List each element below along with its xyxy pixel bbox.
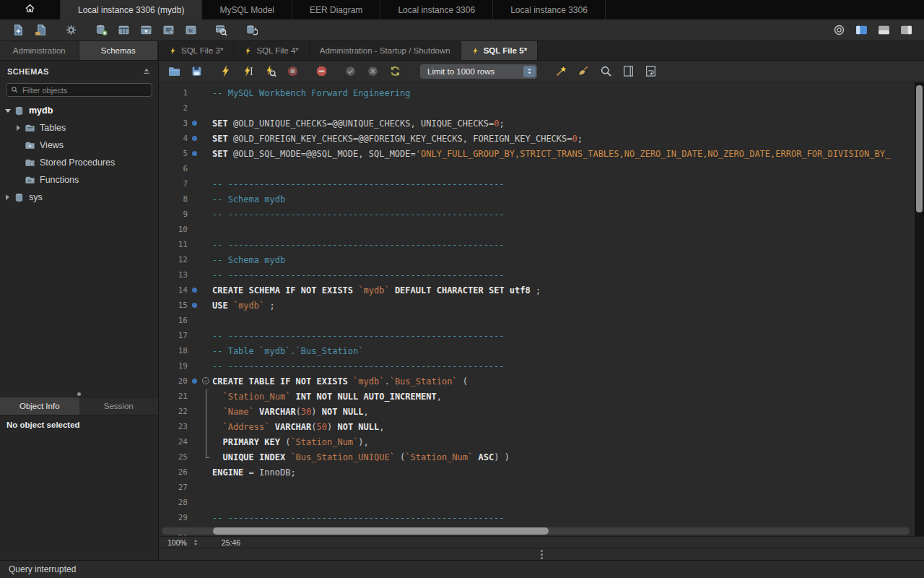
tab-label: Schemas <box>101 46 136 55</box>
open-sql-script-button[interactable] <box>31 22 50 39</box>
sidebar-tab-schemas[interactable]: Schemas <box>79 41 159 60</box>
title-tab-local-instance-3306-mydb[interactable]: Local instance 3306 (mydb) <box>61 0 202 20</box>
panel-drag-handle[interactable] <box>541 550 543 559</box>
toolbar-group <box>242 22 261 39</box>
limit-rows-dropdown[interactable]: Limit to 1000 rows <box>420 64 537 79</box>
tree-item-label: mydb <box>29 105 53 116</box>
sidebar-splitter[interactable] <box>0 392 158 397</box>
titlebar: Local instance 3306 (mydb)MySQL ModelEER… <box>0 0 924 20</box>
toggle-right-sidebar-button[interactable] <box>897 22 915 39</box>
toggle-invisibles-button[interactable] <box>619 63 637 80</box>
fold-gutter <box>201 389 212 404</box>
schemas-panel-title: SCHEMAS <box>7 67 49 76</box>
beautify-button[interactable] <box>552 63 570 80</box>
code-text: CREATE SCHEMA IF NOT EXISTS `mydb` DEFAU… <box>212 285 924 296</box>
toggle-left-sidebar-icon <box>855 24 868 36</box>
line-number: 28 <box>159 498 188 507</box>
code-text: USE `mydb` ; <box>212 301 924 311</box>
reconnect-dbms-button[interactable] <box>242 22 261 39</box>
fold-toggle-icon[interactable] <box>201 374 212 389</box>
zoom-stepper[interactable] <box>192 538 199 547</box>
clean-button[interactable] <box>574 63 593 80</box>
disclosure-collapsed-icon[interactable] <box>14 125 23 131</box>
line-number: 5 <box>159 149 188 158</box>
functions-icon: fx <box>25 175 35 186</box>
titlebar-tabs: Local instance 3306 (mydb)MySQL ModelEER… <box>61 0 606 20</box>
fold-gutter <box>201 328 212 343</box>
search-table-data-button[interactable] <box>212 22 230 39</box>
fold-gutter <box>201 85 212 100</box>
title-tab-local-instance-3306[interactable]: Local instance 3306 <box>493 0 606 20</box>
create-function-button[interactable]: fx <box>181 22 200 39</box>
title-tab-eer-diagram[interactable]: EER Diagram <box>292 0 380 20</box>
code-line: 4SET @OLD_FOREIGN_KEY_CHECKS=@@FOREIGN_K… <box>159 131 924 146</box>
open-script-button[interactable] <box>165 63 183 80</box>
execute-current-button[interactable] <box>238 63 257 80</box>
panel-options-slot[interactable] <box>142 65 151 78</box>
title-tab-label: EER Diagram <box>310 5 362 15</box>
tree-item-mydb[interactable]: mydb <box>0 102 158 119</box>
filter-input[interactable] <box>22 86 147 95</box>
tree-item-stored-procedures[interactable]: Stored Procedures <box>0 154 158 171</box>
code-line: 29-- -----------------------------------… <box>159 510 924 525</box>
fold-gutter <box>201 404 212 419</box>
line-number: 29 <box>159 513 188 522</box>
tree-item-sys[interactable]: sys <box>0 189 158 206</box>
home-tab[interactable] <box>0 0 61 20</box>
statement-marker <box>188 303 201 308</box>
info-tab-session[interactable]: Session <box>79 397 159 415</box>
editor-tab-sql-file-5[interactable]: SQL File 5* <box>461 41 539 60</box>
statusbar: Query interrupted <box>0 560 924 578</box>
toggle-wrap-button[interactable] <box>641 63 660 80</box>
tree-item-functions[interactable]: fxFunctions <box>0 171 158 189</box>
rollback-button[interactable] <box>363 63 382 80</box>
utilities-button[interactable] <box>61 22 80 39</box>
editor-tab-sql-file-3[interactable]: SQL File 3* <box>159 41 234 60</box>
code-text: -- Schema mydb <box>212 255 924 265</box>
new-sql-tab-icon <box>12 24 25 36</box>
create-schema-button[interactable] <box>92 22 110 39</box>
editor-tab-sql-file-4[interactable]: SQL File 4* <box>234 41 309 60</box>
tree-item-views[interactable]: Views <box>0 137 158 154</box>
toggle-invisibles-icon <box>622 65 635 77</box>
editor-tab-administration-startup-shutdown[interactable]: Administration - Startup / Shutdown <box>310 41 461 60</box>
toolbar-group <box>216 63 302 80</box>
toggle-autocommit-button[interactable] <box>385 63 404 80</box>
explain-button[interactable] <box>261 63 279 80</box>
toggle-bottom-panel-button[interactable] <box>874 22 893 39</box>
tab-label: Object Info <box>19 402 60 410</box>
vertical-scrollbar[interactable] <box>915 82 924 536</box>
title-tab-local-instance-3306[interactable]: Local instance 3306 <box>380 0 493 20</box>
schema-filter[interactable] <box>6 83 152 97</box>
horizontal-scrollbar-thumb[interactable] <box>213 527 549 535</box>
new-sql-tab-button[interactable] <box>9 22 27 39</box>
disclosure-expanded-icon[interactable] <box>3 109 12 113</box>
horizontal-scrollbar[interactable] <box>162 527 910 535</box>
line-number: 14 <box>159 285 188 295</box>
info-tab-object-info[interactable]: Object Info <box>0 397 79 415</box>
sql-editor[interactable]: 1-- MySQL Workbench Forward Engineering2… <box>159 82 924 536</box>
toggle-stop-on-error-button[interactable] <box>312 63 331 80</box>
execute-button[interactable] <box>216 63 235 80</box>
find-button[interactable] <box>596 63 615 80</box>
sidebar-tab-administration[interactable]: Administration <box>0 41 79 60</box>
tree-item-tables[interactable]: Tables <box>0 119 158 137</box>
create-view-button[interactable] <box>136 22 155 39</box>
toggle-bottom-panel-icon <box>878 24 890 36</box>
code-line: 13-- -----------------------------------… <box>159 267 924 282</box>
stop-button[interactable] <box>283 63 302 80</box>
save-script-button[interactable] <box>187 63 206 80</box>
toggle-left-sidebar-button[interactable] <box>852 22 871 39</box>
connection-status-button[interactable] <box>829 22 848 39</box>
create-procedure-button[interactable] <box>159 22 178 39</box>
commit-button[interactable] <box>341 63 359 80</box>
create-table-button[interactable] <box>114 22 133 39</box>
disclosure-collapsed-icon[interactable] <box>3 194 12 200</box>
tree-item-label: Functions <box>40 175 79 185</box>
code-line: 3SET @OLD_UNIQUE_CHECKS=@@UNIQUE_CHECKS,… <box>159 116 924 131</box>
fold-gutter <box>201 116 212 131</box>
panel-collapse-icon <box>142 66 151 75</box>
title-tab-mysql-model[interactable]: MySQL Model <box>202 0 292 20</box>
vertical-scrollbar-thumb[interactable] <box>916 85 923 212</box>
toolbar-group <box>312 63 331 80</box>
